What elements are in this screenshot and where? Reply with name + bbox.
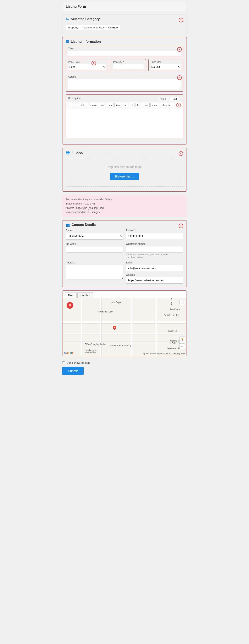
tab-satellite[interactable]: Satellite: [77, 292, 93, 298]
email-website-group: Email Website: [126, 261, 183, 284]
map-background: Home Depot The Home Depot Frank's Aut Po…: [62, 298, 187, 356]
description-editor[interactable]: [66, 109, 183, 138]
email-input[interactable]: [126, 265, 183, 271]
description-group: Description Visual Text b i link b-quote…: [66, 94, 183, 138]
listing-info-section: 🖼 Listing Information Title * 2 Price Ty…: [62, 37, 187, 144]
badge-1: 1: [179, 18, 183, 22]
whatsapp-label: Whatsapp number: [126, 242, 183, 246]
toolbar-link[interactable]: link: [79, 103, 86, 107]
toolbar-code[interactable]: code: [141, 103, 150, 107]
breadcrumb-arrow-1: ›: [79, 26, 80, 29]
toolbar-ul[interactable]: ul: [123, 103, 128, 107]
map-controls: ⛶: [180, 300, 185, 305]
price-input[interactable]: [113, 64, 143, 69]
map-label-courtyard: Courtyard byMarriott Rye...: [85, 349, 98, 354]
badge-6: 6: [179, 151, 183, 156]
state-label: State *: [66, 229, 123, 232]
map-footer: Map data ©2020 Terms of Use Report a map…: [142, 353, 185, 355]
page-title-text: Listing Form: [66, 5, 86, 8]
map-road-v4: [81, 298, 82, 356]
badge-7: 7: [179, 224, 183, 228]
title-input[interactable]: [68, 51, 181, 56]
browse-files-button[interactable]: Browse files ...: [110, 173, 139, 180]
breadcrumb-property: Property: [68, 26, 78, 29]
price-row: Price Type * Fixed Negotiable On Call 3 …: [66, 59, 183, 71]
street-view-icon[interactable]: 🧍: [180, 336, 185, 342]
toolbar-del[interactable]: del: [99, 103, 106, 107]
show-map-label[interactable]: Don't show the Map: [67, 361, 90, 364]
state-group: State * United State Canada UK: [66, 229, 123, 240]
toolbar-italic[interactable]: i: [74, 103, 78, 107]
email-group: Email: [126, 261, 183, 271]
map-expand-btn[interactable]: ⛶: [180, 300, 185, 305]
website-input[interactable]: [126, 277, 183, 284]
badge-5: 5: [176, 103, 181, 107]
badge-8: 8: [67, 302, 73, 309]
editor-tabs: Visual Text: [156, 96, 181, 101]
map-pin: [113, 326, 116, 330]
price-unit-group: Price Unit No unit Per month Per year: [148, 59, 183, 71]
report-link[interactable]: Report a map error: [169, 353, 185, 355]
contact-address-label: Address: [66, 261, 123, 264]
images-title: 👥 Images: [66, 150, 83, 154]
price-type-select[interactable]: Fixed Negotiable On Call: [68, 64, 106, 70]
whatsapp-input[interactable]: [126, 246, 183, 253]
map-data-text: Map data ©2020: [142, 353, 156, 355]
images-section: 👥 Images 6 Drop files here to add them. …: [62, 148, 187, 192]
breadcrumb-apartments: Apartments & Flats: [82, 26, 105, 29]
map-zoom-out[interactable]: −: [180, 344, 185, 350]
images-icon: 👥: [66, 150, 70, 154]
badge-4: 4: [177, 75, 182, 80]
price-unit-select[interactable]: No unit Per month Per year: [151, 64, 181, 70]
listing-info-title: 🖼 Listing Information: [66, 40, 183, 44]
title-required: *: [73, 47, 74, 50]
badge-2: 2: [177, 47, 182, 52]
contact-address-input[interactable]: [66, 265, 123, 280]
show-map-checkbox[interactable]: [62, 362, 65, 364]
address-group: Adress 4: [66, 74, 183, 92]
toolbar-more[interactable]: more: [150, 103, 159, 107]
state-select[interactable]: United State Canada UK: [66, 233, 123, 240]
breadcrumb-arrow-2: ›: [106, 26, 107, 29]
price-label: Price [$] *: [113, 60, 143, 64]
title-label: Title *: [68, 47, 181, 50]
description-label: Description: [68, 97, 80, 100]
price-type-group: Price Type * Fixed Negotiable On Call 3: [66, 59, 108, 71]
map-road-v2: [131, 298, 132, 356]
zip-input[interactable]: [66, 246, 123, 253]
tab-visual[interactable]: Visual: [158, 97, 169, 101]
submit-section: Submit: [62, 367, 187, 379]
toolbar-img[interactable]: img: [114, 103, 122, 107]
address-label: Adress: [68, 75, 181, 78]
contact-icon: 👥: [66, 223, 70, 227]
toolbar-li[interactable]: li: [135, 103, 140, 107]
website-label: Website: [126, 274, 183, 276]
drop-zone[interactable]: Drop files here to add them. Browse file…: [66, 158, 183, 187]
show-map-row: Don't show the Map: [62, 360, 187, 367]
map-container[interactable]: Home Depot The Home Depot Frank's Aut Po…: [62, 298, 187, 356]
terms-link[interactable]: Terms of Use: [157, 353, 168, 355]
map-road-v3: [156, 298, 157, 356]
submit-button[interactable]: Submit: [62, 367, 84, 375]
address-input[interactable]: [68, 79, 181, 90]
toolbar-ins[interactable]: ins: [107, 103, 113, 107]
contact-title: 👥 Contact Details: [66, 223, 96, 227]
map-label-thehomedepot: The Home Depot: [97, 310, 113, 313]
phone-input[interactable]: [126, 233, 183, 239]
contact-section: 👥 Contact Details 7 State * United State…: [62, 220, 187, 287]
toolbar-close-tags[interactable]: close tags: [160, 103, 174, 107]
tab-text[interactable]: Text: [170, 97, 179, 101]
page-title: Listing Form: [62, 2, 187, 11]
contact-address-group: Address: [66, 261, 123, 284]
toolbar-ol[interactable]: ol: [129, 103, 134, 107]
image-max-size: Image maximum size 2 MB.: [66, 202, 183, 206]
map-label-fawcett: Fawcett St: [167, 330, 177, 332]
toolbar-bquote[interactable]: b-quote: [87, 103, 98, 107]
whatsapp-group: Whatsapp number Whatsapp number with you…: [126, 242, 183, 258]
toolbar-bold[interactable]: b: [68, 103, 73, 107]
map-section: Map Satellite Home Depot The Home Depot …: [62, 290, 187, 356]
state-phone-row: State * United State Canada UK Phone *: [66, 229, 183, 240]
tab-map[interactable]: Map: [65, 292, 77, 298]
price-type-label: Price Type *: [68, 60, 106, 64]
change-link[interactable]: Change: [108, 26, 118, 29]
